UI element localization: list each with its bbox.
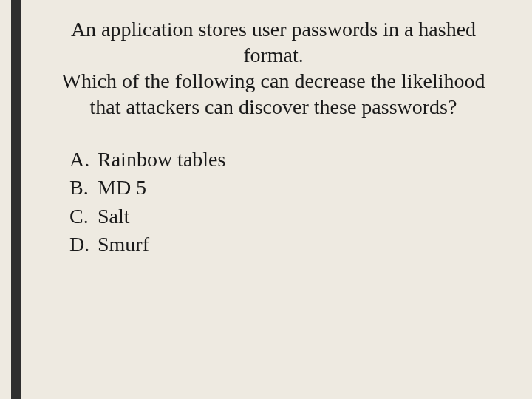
option-text: MD 5 <box>98 174 146 201</box>
accent-bar <box>11 0 21 399</box>
option-text: Rainbow tables <box>98 146 225 173</box>
option-letter: B. <box>69 174 98 201</box>
option-text: Smurf <box>98 231 149 258</box>
option-a: A. Rainbow tables <box>69 146 510 173</box>
slide-content: An application stores user passwords in … <box>37 0 510 260</box>
option-b: B. MD 5 <box>69 174 510 201</box>
question-text: An application stores user passwords in … <box>44 16 502 120</box>
option-letter: C. <box>69 203 98 230</box>
option-letter: D. <box>69 231 98 258</box>
option-d: D. Smurf <box>69 231 510 258</box>
question-line-1: An application stores user passwords in … <box>71 18 476 66</box>
question-line-2: Which of the following can decrease the … <box>61 69 485 118</box>
option-text: Salt <box>98 203 130 230</box>
option-letter: A. <box>69 146 98 173</box>
options-list: A. Rainbow tables B. MD 5 C. Salt D. Smu… <box>69 146 510 259</box>
option-c: C. Salt <box>69 203 510 230</box>
